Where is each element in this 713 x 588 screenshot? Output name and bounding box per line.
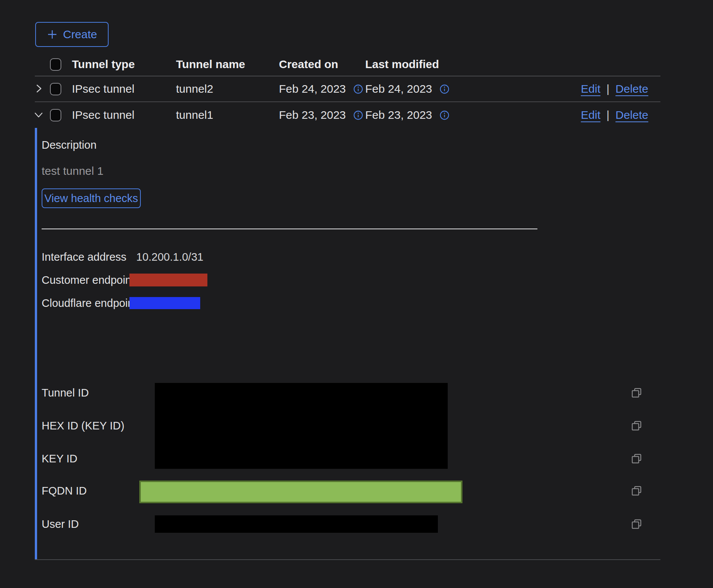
tunnel-name-cell: tunnel2 (176, 82, 279, 95)
actions-separator: | (606, 82, 609, 95)
row-checkbox[interactable] (50, 109, 61, 121)
delete-link[interactable]: Delete (615, 109, 648, 121)
last-modified-cell: Feb 24, 2023 (365, 82, 432, 95)
tunnel-id-label: Tunnel ID (42, 386, 89, 399)
collapse-row-button[interactable] (33, 109, 45, 122)
table-header-row: Tunnel type Tunnel name Created on Last … (35, 53, 660, 76)
copy-icon[interactable] (630, 419, 643, 432)
tunnel-name-cell: tunnel1 (176, 109, 279, 121)
tunnel-type-cell: IPsec tunnel (72, 82, 176, 95)
create-button-label: Create (63, 28, 97, 41)
chevron-right-icon (33, 82, 45, 96)
ipsec-tunnels-page: Create Tunnel type Tunnel name Created o… (0, 0, 713, 588)
customer-endpoint-label: Customer endpoint (42, 274, 134, 286)
edit-link[interactable]: Edit (581, 82, 601, 95)
edit-link[interactable]: Edit (581, 109, 601, 121)
table-row: IPsec tunnel tunnel2 Feb 24, 2023 Feb 24… (35, 76, 660, 102)
section-divider (42, 229, 537, 229)
expanded-row-accent-bar (35, 128, 37, 559)
select-all-checkbox[interactable] (50, 58, 61, 71)
tunnels-table: Tunnel type Tunnel name Created on Last … (35, 53, 660, 128)
created-on-cell: Feb 24, 2023 (279, 82, 346, 95)
row-checkbox[interactable] (50, 83, 61, 95)
copy-icon[interactable] (630, 518, 643, 530)
tunnel-details-panel: Description test tunnel 1 View health ch… (35, 128, 660, 560)
created-on-cell: Feb 23, 2023 (279, 109, 346, 121)
table-row: IPsec tunnel tunnel1 Feb 23, 2023 Feb 23… (35, 102, 660, 128)
user-id-redaction (155, 515, 438, 533)
cloudflare-endpoint-redaction (129, 297, 200, 309)
chevron-down-icon (33, 109, 45, 122)
copy-icon[interactable] (630, 386, 643, 399)
interface-address-value: 10.200.1.0/31 (136, 250, 203, 263)
cloudflare-endpoint-label: Cloudflare endpoint (42, 297, 137, 310)
description-label: Description (42, 138, 97, 151)
column-header-tunnel-type: Tunnel type (72, 58, 176, 71)
key-id-label: KEY ID (42, 452, 78, 465)
user-id-label: User ID (42, 518, 79, 530)
expand-row-button[interactable] (33, 82, 45, 96)
tunnel-ids-redaction (155, 383, 448, 469)
view-health-checks-button[interactable]: View health checks (42, 188, 141, 208)
column-header-last-modified: Last modified (365, 58, 452, 71)
delete-link[interactable]: Delete (615, 82, 648, 95)
copy-icon[interactable] (630, 484, 643, 497)
fqdn-id-label: FQDN ID (42, 484, 87, 497)
hex-id-label: HEX ID (KEY ID) (42, 419, 125, 432)
description-value: test tunnel 1 (42, 165, 103, 177)
customer-endpoint-redaction (129, 274, 207, 286)
copy-icon[interactable] (630, 452, 643, 465)
create-tunnel-button[interactable]: Create (35, 22, 109, 47)
info-icon[interactable] (439, 110, 450, 121)
column-header-tunnel-name: Tunnel name (176, 58, 279, 71)
fqdn-id-redaction (139, 481, 462, 503)
last-modified-cell: Feb 23, 2023 (365, 109, 432, 121)
tunnel-type-cell: IPsec tunnel (72, 109, 176, 121)
info-icon[interactable] (353, 110, 364, 121)
info-icon[interactable] (439, 84, 450, 95)
actions-separator: | (606, 109, 609, 121)
interface-address-label: Interface address (42, 250, 126, 263)
plus-icon (47, 29, 58, 40)
column-header-created-on: Created on (279, 58, 365, 71)
info-icon[interactable] (353, 84, 364, 95)
